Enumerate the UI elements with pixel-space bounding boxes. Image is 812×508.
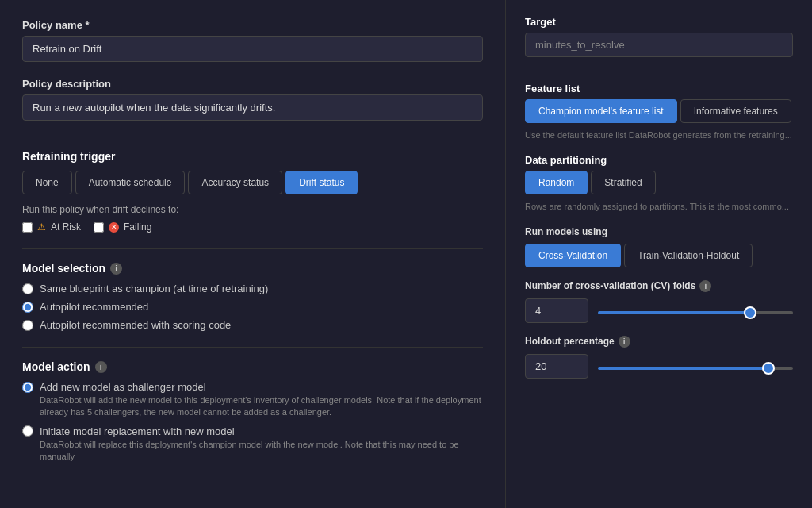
- add-challenger-desc: DataRobot will add the new model to this…: [40, 394, 483, 419]
- at-risk-label: At Risk: [51, 221, 81, 233]
- radio-autopilot-recommended-label: Autopilot recommended: [40, 301, 148, 313]
- radio-add-challenger[interactable]: Add new model as challenger model: [22, 381, 483, 393]
- model-selection-section: Model selection i Same blueprint as cham…: [22, 262, 483, 331]
- trigger-btn-none[interactable]: None: [22, 171, 72, 194]
- radio-autopilot-recommended[interactable]: Autopilot recommended: [22, 301, 483, 313]
- trigger-button-group: None Automatic schedule Accuracy status …: [22, 171, 483, 194]
- at-risk-icon: ⚠: [37, 221, 46, 233]
- run-models-button-group: Cross-Validation Train-Validation-Holdou…: [525, 244, 793, 267]
- radio-replace-champion-input[interactable]: [22, 425, 33, 437]
- feature-list-label: Feature list: [525, 83, 793, 94]
- cv-folds-label: Number of cross-validation (CV) folds i: [525, 280, 793, 292]
- model-action-section: Model action i Add new model as challeng…: [22, 360, 483, 464]
- feature-list-btn-informative[interactable]: Informative features: [680, 99, 791, 123]
- run-models-section: Run models using Cross-Validation Train-…: [525, 226, 793, 267]
- target-section: Target: [525, 16, 793, 70]
- run-models-btn-cv[interactable]: Cross-Validation: [525, 244, 621, 267]
- holdout-section: Holdout percentage i: [525, 336, 793, 379]
- radio-same-blueprint-label: Same blueprint as champion (at time of r…: [40, 283, 268, 294]
- failing-label: Failing: [124, 221, 151, 233]
- left-panel: Policy name * Policy description Retrain…: [0, 0, 506, 508]
- at-risk-checkbox[interactable]: [22, 222, 33, 233]
- retraining-trigger-title: Retraining trigger: [22, 150, 483, 163]
- model-selection-radio-group: Same blueprint as champion (at time of r…: [22, 283, 483, 331]
- target-input[interactable]: [525, 33, 793, 57]
- failing-option[interactable]: ✕ Failing: [94, 221, 151, 233]
- retraining-trigger-section: Retraining trigger None Automatic schedu…: [22, 150, 483, 233]
- model-action-title: Model action i: [22, 360, 483, 373]
- cv-folds-slider-container: [598, 305, 793, 317]
- data-partitioning-section: Data partitioning Random Stratified Rows…: [525, 154, 793, 213]
- failing-icon: ✕: [109, 222, 119, 233]
- cv-folds-input[interactable]: [525, 298, 588, 323]
- failing-checkbox[interactable]: [94, 222, 104, 233]
- radio-same-blueprint-input[interactable]: [22, 283, 33, 294]
- model-action-challenger: Add new model as challenger model DataRo…: [22, 381, 483, 419]
- model-selection-title: Model selection i: [22, 262, 483, 275]
- radio-replace-champion-label: Initiate model replacement with new mode…: [40, 425, 235, 437]
- feature-list-section: Feature list Champion model's feature li…: [525, 83, 793, 141]
- right-panel: Target Feature list Champion model's fea…: [506, 0, 812, 508]
- trigger-btn-drift[interactable]: Drift status: [285, 171, 358, 194]
- model-selection-info-icon[interactable]: i: [110, 263, 122, 275]
- trigger-btn-accuracy[interactable]: Accuracy status: [188, 171, 282, 194]
- trigger-btn-automatic[interactable]: Automatic schedule: [75, 171, 186, 194]
- partitioning-hint: Rows are randomly assigned to partitions…: [525, 201, 793, 213]
- policy-desc-label: Policy description: [22, 78, 483, 90]
- model-action-info-icon[interactable]: i: [95, 361, 107, 373]
- model-action-replace: Initiate model replacement with new mode…: [22, 425, 483, 464]
- cv-folds-row: [525, 298, 793, 323]
- feature-list-btn-champion[interactable]: Champion model's feature list: [525, 99, 677, 123]
- radio-add-challenger-label: Add new model as challenger model: [40, 381, 206, 393]
- holdout-row: [525, 354, 793, 379]
- holdout-label: Holdout percentage i: [525, 336, 793, 348]
- cv-folds-section: Number of cross-validation (CV) folds i: [525, 280, 793, 323]
- policy-desc-input[interactable]: [22, 94, 483, 121]
- policy-name-label: Policy name *: [22, 19, 483, 31]
- partitioning-btn-random[interactable]: Random: [525, 171, 588, 194]
- target-label: Target: [525, 16, 793, 28]
- divider-3: [22, 347, 483, 348]
- partitioning-btn-stratified[interactable]: Stratified: [591, 171, 655, 194]
- replace-champion-desc: DataRobot will replace this deployment's…: [40, 439, 483, 464]
- divider-1: [22, 137, 483, 137]
- cv-folds-info-icon[interactable]: i: [699, 280, 711, 292]
- holdout-slider[interactable]: [598, 367, 793, 370]
- radio-autopilot-recommended-input[interactable]: [22, 302, 33, 313]
- at-risk-option[interactable]: ⚠ At Risk: [22, 221, 81, 233]
- run-models-label: Run models using: [525, 226, 793, 237]
- drift-checkbox-row: ⚠ At Risk ✕ Failing: [22, 221, 483, 233]
- radio-autopilot-scoring[interactable]: Autopilot recommended with scoring code: [22, 319, 483, 331]
- radio-autopilot-scoring-input[interactable]: [22, 320, 33, 331]
- model-action-radio-group: Add new model as challenger model DataRo…: [22, 381, 483, 464]
- run-models-btn-tvh[interactable]: Train-Validation-Holdout: [624, 244, 753, 267]
- policy-desc-section: Policy description: [22, 78, 483, 121]
- policy-name-input[interactable]: [22, 36, 483, 62]
- holdout-slider-container: [598, 360, 793, 372]
- radio-replace-champion[interactable]: Initiate model replacement with new mode…: [22, 425, 483, 437]
- divider-2: [22, 248, 483, 249]
- cv-folds-slider[interactable]: [598, 311, 793, 314]
- partitioning-button-group: Random Stratified: [525, 171, 793, 194]
- holdout-info-icon[interactable]: i: [619, 336, 630, 348]
- holdout-input[interactable]: [525, 354, 588, 379]
- policy-name-section: Policy name *: [22, 19, 483, 62]
- radio-same-blueprint[interactable]: Same blueprint as champion (at time of r…: [22, 283, 483, 294]
- drift-desc: Run this policy when drift declines to:: [22, 204, 483, 215]
- radio-add-challenger-input[interactable]: [22, 382, 33, 393]
- feature-list-button-group: Champion model's feature list Informativ…: [525, 99, 793, 123]
- radio-autopilot-scoring-label: Autopilot recommended with scoring code: [40, 319, 231, 331]
- feature-list-hint: Use the default feature list DataRobot g…: [525, 129, 793, 141]
- data-partitioning-label: Data partitioning: [525, 154, 793, 166]
